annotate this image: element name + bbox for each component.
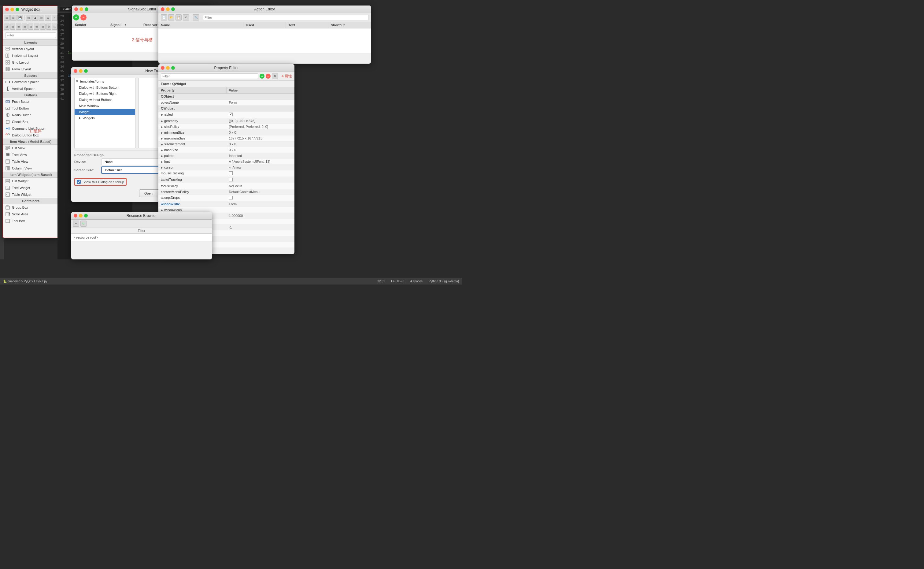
wb-tool-d[interactable]: ⊞ bbox=[22, 24, 27, 30]
wb-item-horizontal-spacer[interactable]: Horizontal Spacer bbox=[3, 79, 59, 85]
ae-copy-btn[interactable]: 📋 bbox=[176, 14, 182, 20]
rb-refresh-btn[interactable]: ↻ bbox=[80, 221, 86, 227]
wb-item-horizontal-layout[interactable]: Horizontal Layout bbox=[3, 52, 59, 59]
pe-max-btn[interactable] bbox=[171, 66, 175, 70]
nf-item-widget[interactable]: Widget bbox=[74, 109, 135, 115]
nf-max-btn[interactable] bbox=[84, 69, 88, 73]
nf-template-list[interactable]: templates/forms Dialog with Buttons Bott… bbox=[74, 78, 135, 148]
pe-val-tooltipduration[interactable]: -1 bbox=[226, 225, 295, 230]
ss-remove-btn[interactable]: − bbox=[80, 14, 86, 20]
nf-item-dialog-buttons-bottom[interactable]: Dialog with Buttons Bottom bbox=[74, 84, 135, 91]
wb-tool-7[interactable]: ⊞ bbox=[45, 15, 51, 21]
wb-tool-4[interactable]: ◫ bbox=[26, 15, 32, 21]
pe-val-contextmenupolicy[interactable]: DefaultContextMenu bbox=[226, 189, 295, 195]
ae-new-btn[interactable]: 📄 bbox=[161, 14, 167, 20]
nf-category-templates[interactable]: templates/forms bbox=[74, 78, 135, 84]
pe-checkbox-mousetracking[interactable] bbox=[229, 171, 233, 175]
widget-box-max-btn[interactable] bbox=[15, 8, 19, 11]
widget-box-close-btn[interactable] bbox=[5, 8, 9, 11]
ae-close-btn[interactable] bbox=[161, 8, 164, 11]
pe-val-whatsthisthis[interactable] bbox=[226, 236, 295, 242]
wb-item-check-box[interactable]: Check Box bbox=[3, 119, 59, 125]
wb-tool-6[interactable]: ◫ bbox=[38, 15, 44, 21]
wb-item-tool-button[interactable]: ▼ Tool Button bbox=[3, 105, 59, 112]
pe-val-acceptdrops[interactable] bbox=[226, 195, 295, 201]
pe-checkbox-tablettracking[interactable] bbox=[229, 178, 233, 181]
wb-item-dialog-button[interactable]: Dialog Button Box bbox=[3, 132, 59, 138]
wb-tool-c[interactable]: ⊞ bbox=[16, 24, 21, 30]
nf-item-dialog-no-buttons[interactable]: Dialog without Buttons bbox=[74, 97, 135, 103]
wb-item-vertical-spacer[interactable]: Vertical Spacer bbox=[3, 85, 59, 92]
wb-item-vertical-layout[interactable]: Vertical Layout bbox=[3, 46, 59, 52]
pe-settings-btn[interactable]: ⚙ bbox=[272, 73, 278, 79]
wb-item-group-box[interactable]: title Group Box bbox=[3, 204, 59, 211]
pe-val-tooltip[interactable] bbox=[226, 219, 295, 224]
pe-val-windowopacity[interactable]: 1.000000 bbox=[226, 213, 295, 218]
pe-val-basesize[interactable]: 0 x 0 bbox=[226, 147, 295, 153]
pe-min-btn[interactable] bbox=[166, 66, 170, 70]
rb-max-btn[interactable] bbox=[84, 214, 88, 218]
pe-checkbox-enabled[interactable] bbox=[229, 113, 233, 116]
nf-close-btn[interactable] bbox=[74, 69, 77, 73]
wb-tool-expand[interactable]: » bbox=[52, 15, 58, 21]
pe-val-tablettracking[interactable] bbox=[226, 177, 295, 183]
nf-open-btn[interactable]: Open... bbox=[139, 189, 161, 197]
ae-wrench-btn[interactable]: 🔧 bbox=[193, 14, 199, 20]
pe-val-focuspolicy[interactable]: NoFocus bbox=[226, 183, 295, 189]
pe-remove-btn[interactable]: − bbox=[266, 74, 271, 79]
wb-tool-a[interactable]: ⊟ bbox=[4, 24, 9, 30]
ss-close-btn[interactable] bbox=[74, 8, 78, 11]
widget-box-filter-input[interactable] bbox=[5, 32, 56, 38]
wb-item-push-button[interactable]: OK Push Button bbox=[3, 98, 59, 105]
rb-min-btn[interactable] bbox=[79, 214, 83, 218]
nf-item-main-window[interactable]: Main Window bbox=[74, 103, 135, 109]
wb-item-column-view[interactable]: Column View bbox=[3, 165, 59, 172]
wb-tool-i[interactable]: ◱ bbox=[52, 24, 58, 30]
widget-box-min-btn[interactable] bbox=[11, 8, 14, 11]
ae-delete-btn[interactable]: ✕ bbox=[183, 14, 189, 20]
wb-item-table-view[interactable]: Table View bbox=[3, 158, 59, 165]
wb-tool-h[interactable]: ⊕ bbox=[46, 24, 52, 30]
ae-filter-input[interactable] bbox=[203, 15, 369, 20]
wb-item-list-widget[interactable]: List Widget bbox=[3, 178, 59, 184]
ss-max-btn[interactable] bbox=[85, 8, 88, 11]
wb-tool-f[interactable]: ⊞ bbox=[34, 24, 39, 30]
pe-val-objectname[interactable]: Form bbox=[226, 100, 295, 105]
pe-val-windowicon[interactable] bbox=[226, 207, 295, 213]
ae-min-btn[interactable] bbox=[166, 8, 170, 11]
nf-startup-checkbox[interactable] bbox=[77, 180, 81, 184]
pe-val-geometry[interactable]: [(0, 0), 491 x 378] bbox=[226, 118, 295, 123]
wb-tool-e[interactable]: ⊞ bbox=[28, 24, 33, 30]
ae-max-btn[interactable] bbox=[171, 8, 175, 11]
nf-category-widgets[interactable]: Widgets bbox=[74, 115, 135, 121]
pe-val-font[interactable]: A [.AppleSystemUIFont, 13] bbox=[226, 159, 295, 164]
wb-item-table-widget[interactable]: Table Widget bbox=[3, 191, 59, 198]
pe-close-btn[interactable] bbox=[161, 66, 164, 70]
wb-item-scroll-area[interactable]: Scroll Area bbox=[3, 211, 59, 218]
pe-add-btn[interactable]: + bbox=[259, 74, 264, 79]
ss-add-btn[interactable]: + bbox=[73, 14, 79, 20]
ae-open-btn[interactable]: 📂 bbox=[168, 14, 174, 20]
wb-item-radio-button[interactable]: Radio Button bbox=[3, 112, 59, 119]
pe-val-mousetracking[interactable] bbox=[226, 170, 295, 176]
pe-val-statustip[interactable] bbox=[226, 230, 295, 236]
pe-val-palette[interactable]: Inherited bbox=[226, 153, 295, 158]
pe-val-sizeincrement[interactable]: 0 x 0 bbox=[226, 141, 295, 147]
pe-val-accessiblename[interactable] bbox=[226, 242, 295, 248]
pe-val-enabled[interactable] bbox=[226, 112, 295, 118]
wb-tool-1[interactable]: ▤ bbox=[4, 15, 10, 21]
wb-tool-g[interactable]: ⊞ bbox=[40, 24, 46, 30]
nf-min-btn[interactable] bbox=[79, 69, 83, 73]
wb-item-list-view[interactable]: List View bbox=[3, 145, 59, 151]
pe-checkbox-acceptdrops[interactable] bbox=[229, 196, 233, 199]
nf-item-dialog-buttons-right[interactable]: Dialog with Buttons Right bbox=[74, 91, 135, 97]
pe-val-cursor[interactable]: ↖ Arrow bbox=[226, 164, 295, 170]
wb-tool-3[interactable]: 💾 bbox=[17, 15, 23, 21]
wb-item-tree-widget[interactable]: Tree Widget bbox=[3, 184, 59, 191]
pe-filter-input[interactable] bbox=[161, 73, 258, 79]
pe-val-sizepolicy[interactable]: [Preferred, Preferred, 0, 0] bbox=[226, 124, 295, 129]
pe-val-minimumsize[interactable]: 0 x 0 bbox=[226, 130, 295, 135]
wb-tool-5[interactable]: ◪ bbox=[32, 15, 38, 21]
wb-tool-2[interactable]: ⊞ bbox=[11, 15, 16, 21]
wb-item-tree-view[interactable]: Tree View bbox=[3, 151, 59, 158]
